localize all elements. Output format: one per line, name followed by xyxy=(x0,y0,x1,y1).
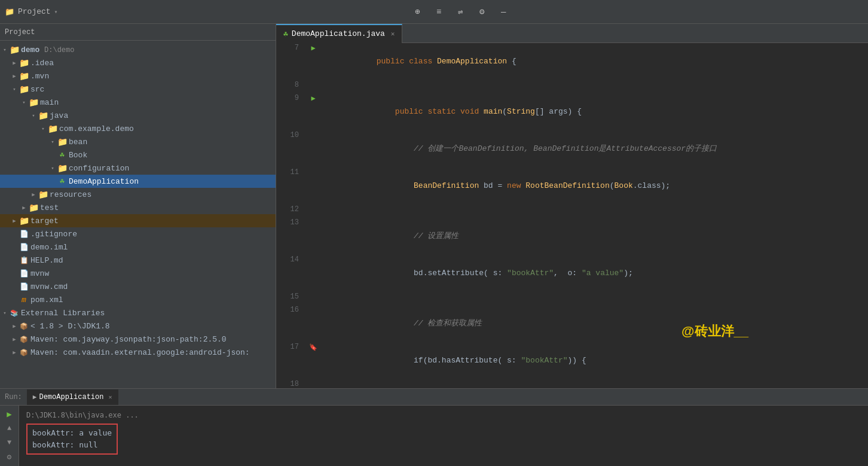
editor-tabs: ☘ DemoApplication.java ✕ xyxy=(276,24,868,43)
arrow-jdk18: ▶ xyxy=(10,321,19,331)
sidebar-tree[interactable]: ▾ 📁 demo D:\demo ▶ 📁 .idea ▶ 📁 .mvn xyxy=(0,41,276,388)
sidebar-item-demo[interactable]: ▾ 📁 demo D:\demo xyxy=(0,43,276,56)
scroll-down-button[interactable]: ▼ xyxy=(4,437,16,449)
line-num-9: 9 xyxy=(276,93,306,130)
list-icon[interactable]: ≡ xyxy=(433,6,445,18)
output-path-text: D:\JDK1.8\bin\java.exe ... xyxy=(26,411,139,419)
sidebar-item-demo-iml[interactable]: 📄 demo.iml xyxy=(0,240,276,254)
output-line-1: bookAttr: a value xyxy=(32,427,112,439)
line-num-15: 15 xyxy=(276,292,306,305)
arrow-main: ▾ xyxy=(19,98,29,107)
label-target: target xyxy=(30,217,59,226)
globe-icon[interactable]: ⊕ xyxy=(411,6,423,18)
tab-demoapplication[interactable]: ☘ DemoApplication.java ✕ xyxy=(276,24,402,43)
label-demoapplication: DemoApplication xyxy=(69,177,139,186)
code-editor[interactable]: 7 ▶ public class DemoApplication { 8 9 ▶ xyxy=(276,43,868,388)
scroll-up-button[interactable]: ▲ xyxy=(4,422,16,434)
code-line-16: 16 // 检查和获取属性 xyxy=(276,305,868,342)
tab-close-button[interactable]: ✕ xyxy=(391,30,395,38)
line-gutter-7: ▶ xyxy=(306,43,320,80)
arrow-bean: ▾ xyxy=(48,137,57,147)
run-controls: ▶ ▲ ▼ ⚙ xyxy=(0,406,19,466)
line-content-9: public static void main(String[] args) { xyxy=(320,93,868,130)
top-bar-center: ⊕ ≡ ⇌ ⚙ — xyxy=(58,6,863,18)
file-icon-gitignore: 📄 xyxy=(19,229,29,239)
line-gutter-9: ▶ xyxy=(306,93,320,130)
settings-icon[interactable]: ⚙ xyxy=(476,6,488,18)
code-line-13: 13 // 设置属性 xyxy=(276,218,868,255)
arrow-test: ▶ xyxy=(19,203,29,212)
sidebar-item-main[interactable]: ▾ 📁 main xyxy=(0,96,276,109)
sidebar-item-idea[interactable]: ▶ 📁 .idea xyxy=(0,56,276,69)
bottom-tabs: Run: ▶ DemoApplication ✕ xyxy=(0,389,868,406)
sidebar-item-src[interactable]: ▾ 📁 src xyxy=(0,83,276,96)
no-arrow-iml xyxy=(10,242,19,252)
label-jsonpath: Maven: com.jayway.jsonpath:json-path:2.5… xyxy=(30,335,227,344)
sidebar-item-com-example-demo[interactable]: ▾ 📁 com.example.demo xyxy=(0,122,276,135)
label-ext-libs: External Libraries xyxy=(21,309,105,318)
project-menu[interactable]: 📁 Project ▾ xyxy=(5,7,58,17)
sync-icon[interactable]: ⇌ xyxy=(454,6,466,18)
label-mvn: .mvn xyxy=(30,72,49,81)
arrow-java: ▾ xyxy=(29,111,38,120)
sidebar-item-configuration[interactable]: ▾ 📁 configuration xyxy=(0,162,276,175)
sidebar-item-target[interactable]: ▶ 📁 target xyxy=(0,214,276,227)
code-line-12: 12 xyxy=(276,205,868,218)
sidebar-item-test[interactable]: ▶ 📁 test xyxy=(0,201,276,214)
run-arrow-7: ▶ xyxy=(311,44,315,53)
line-gutter-12 xyxy=(306,205,320,218)
sidebar-item-help-md[interactable]: 📋 HELP.md xyxy=(0,254,276,267)
sidebar-item-vaadin[interactable]: ▶ 📦 Maven: com.vaadin.external.google:an… xyxy=(0,346,276,359)
no-arrow-pom xyxy=(10,295,19,304)
no-arrow-help xyxy=(10,255,19,265)
sidebar-item-book[interactable]: ☘ Book xyxy=(0,148,276,162)
label-idea: .idea xyxy=(30,59,54,68)
folder-icon-test: 📁 xyxy=(29,203,38,212)
sidebar-item-demoapplication[interactable]: ☘ DemoApplication xyxy=(0,175,276,188)
line-num-14: 14 xyxy=(276,255,306,292)
sidebar-item-gitignore[interactable]: 📄 .gitignore xyxy=(0,227,276,240)
settings-run-button[interactable]: ⚙ xyxy=(4,451,16,463)
line-gutter-17: 🔖 xyxy=(306,342,320,379)
line-num-8: 8 xyxy=(276,80,306,93)
folder-icon-main: 📁 xyxy=(29,98,38,107)
folder-icon-mvn: 📁 xyxy=(19,71,29,81)
sidebar-item-jsonpath[interactable]: ▶ 📦 Maven: com.jayway.jsonpath:json-path… xyxy=(0,333,276,346)
bottom-tab-label: DemoApplication xyxy=(39,393,103,401)
code-line-8: 8 xyxy=(276,80,868,93)
line-content-10: // 创建一个BeanDefinition, BeanDefinition是At… xyxy=(320,130,868,167)
line-num-18: 18 xyxy=(276,379,306,388)
sidebar-item-external-libs[interactable]: ▾ 📚 External Libraries xyxy=(0,306,276,319)
folder-icon-bean: 📁 xyxy=(57,137,67,147)
bottom-tab-close[interactable]: ✕ xyxy=(108,394,112,401)
line-content-14: bd.setAttribute( s: "bookAttr", o: "a va… xyxy=(320,255,868,292)
sidebar-item-resources[interactable]: ▶ 📁 resources xyxy=(0,188,276,201)
label-book: Book xyxy=(69,151,87,160)
label-iml: demo.iml xyxy=(30,243,68,252)
minimize-icon[interactable]: — xyxy=(497,6,509,18)
project-label: Project xyxy=(18,7,51,16)
sidebar-item-bean[interactable]: ▾ 📁 bean xyxy=(0,135,276,148)
line-gutter-13 xyxy=(306,218,320,255)
sidebar-item-jdk18[interactable]: ▶ 📦 < 1.8 > D:\JDK1.8 xyxy=(0,319,276,333)
spring-icon-demoapplication: ☘ xyxy=(57,176,67,186)
sidebar-item-pom-xml[interactable]: m pom.xml xyxy=(0,293,276,306)
line-num-13: 13 xyxy=(276,218,306,255)
arrow-com: ▾ xyxy=(38,124,48,133)
run-button[interactable]: ▶ xyxy=(4,408,16,420)
sidebar-item-java[interactable]: ▾ 📁 java xyxy=(0,109,276,122)
sidebar-item-mvnw[interactable]: 📄 mvnw xyxy=(0,267,276,280)
bottom-tab-demoapplication[interactable]: ▶ DemoApplication ✕ xyxy=(27,389,118,405)
lib-icon-jsonpath: 📦 xyxy=(19,334,29,344)
label-configuration: configuration xyxy=(69,164,129,173)
main-layout: Project ▾ 📁 demo D:\demo ▶ 📁 .idea ▶ � xyxy=(0,24,868,388)
sidebar-item-mvnw-cmd[interactable]: 📄 mvnw.cmd xyxy=(0,280,276,293)
sidebar-item-mvn[interactable]: ▶ 📁 .mvn xyxy=(0,69,276,83)
label-gitignore: .gitignore xyxy=(30,230,77,239)
folder-icon-com: 📁 xyxy=(48,124,57,133)
line-gutter-11 xyxy=(306,167,320,205)
line-num-11: 11 xyxy=(276,167,306,205)
arrow-target: ▶ xyxy=(10,216,19,226)
code-line-9: 9 ▶ public static void main(String[] arg… xyxy=(276,93,868,130)
line-num-7: 7 xyxy=(276,43,306,80)
